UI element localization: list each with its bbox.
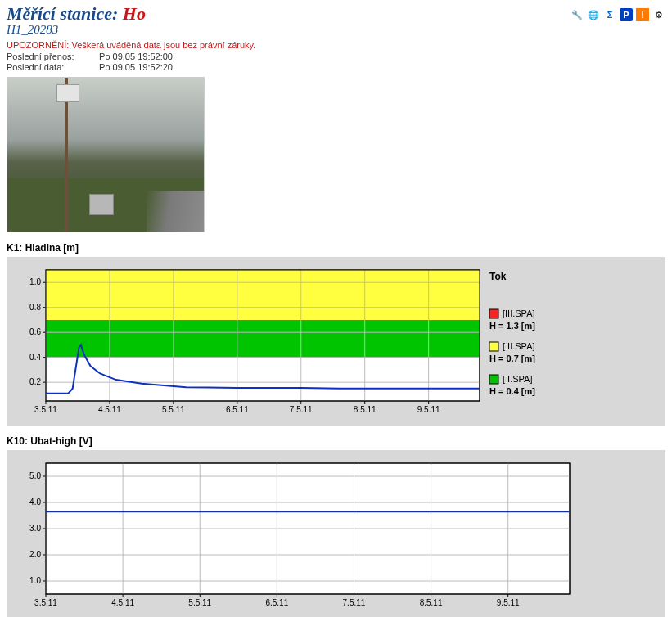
gears-icon[interactable]: ⚙ bbox=[652, 8, 665, 21]
svg-text:3.5.11: 3.5.11 bbox=[34, 598, 57, 607]
meta-data-value: Po 09.05 19:52:20 bbox=[99, 62, 173, 72]
svg-text:H = 0.4 [m]: H = 0.4 [m] bbox=[489, 386, 535, 396]
chart-k1-frame: 0.20.40.60.81.03.5.114.5.115.5.116.5.117… bbox=[7, 257, 665, 426]
warning-text: UPOZORNĚNÍ: Veškerá uváděná data jsou be… bbox=[7, 40, 665, 50]
svg-text:9.5.11: 9.5.11 bbox=[497, 598, 520, 607]
chart-k10-frame: 1.02.03.04.05.03.5.114.5.115.5.116.5.117… bbox=[7, 450, 665, 617]
globe-stats-icon[interactable]: 🌐 bbox=[587, 8, 600, 21]
svg-text:H = 0.7 [m]: H = 0.7 [m] bbox=[489, 354, 535, 363]
svg-text:8.5.11: 8.5.11 bbox=[420, 598, 443, 607]
svg-text:0.6: 0.6 bbox=[29, 327, 41, 336]
svg-text:0.8: 0.8 bbox=[29, 303, 41, 312]
svg-text:Tok: Tok bbox=[489, 271, 507, 282]
parking-icon[interactable]: P bbox=[620, 8, 633, 21]
chart-k1: 0.20.40.60.81.03.5.114.5.115.5.116.5.117… bbox=[13, 263, 578, 419]
svg-text:6.5.11: 6.5.11 bbox=[265, 598, 288, 607]
svg-text:5.5.11: 5.5.11 bbox=[162, 405, 185, 414]
svg-text:3.0: 3.0 bbox=[29, 524, 41, 533]
chart-k10-title: K10: Ubat-high [V] bbox=[7, 435, 665, 447]
chart-k1-title: K1: Hladina [m] bbox=[7, 242, 665, 254]
title-name: Ho bbox=[123, 3, 146, 24]
svg-text:[ II.SPA]: [ II.SPA] bbox=[503, 341, 535, 351]
meta-transfer-value: Po 09.05 19:52:00 bbox=[99, 52, 173, 61]
svg-text:4.5.11: 4.5.11 bbox=[111, 598, 134, 607]
sigma-icon[interactable]: Σ bbox=[603, 8, 616, 21]
svg-rect-47 bbox=[489, 375, 498, 384]
alert-icon[interactable]: ! bbox=[636, 8, 649, 21]
chart-k10: 1.02.03.04.05.03.5.114.5.115.5.116.5.117… bbox=[13, 457, 578, 612]
meta-data-label: Poslední data: bbox=[7, 62, 97, 72]
svg-text:5.0: 5.0 bbox=[29, 471, 41, 480]
svg-text:3.5.11: 3.5.11 bbox=[34, 405, 57, 414]
svg-text:0.4: 0.4 bbox=[29, 353, 41, 362]
svg-text:7.5.11: 7.5.11 bbox=[290, 405, 313, 414]
svg-text:4.0: 4.0 bbox=[29, 498, 41, 507]
svg-text:0.2: 0.2 bbox=[29, 377, 41, 386]
meta-transfer-label: Poslední přenos: bbox=[7, 52, 97, 61]
svg-text:7.5.11: 7.5.11 bbox=[343, 598, 366, 607]
title-prefix: Měřící stanice: bbox=[7, 3, 123, 24]
header-row: Měřící stanice: Ho H1_20283 🔧 🌐 Σ P ! ⚙ bbox=[7, 3, 665, 38]
meta-data: Poslední data: Po 09.05 19:52:20 bbox=[7, 62, 665, 72]
svg-rect-2 bbox=[46, 270, 480, 320]
svg-rect-41 bbox=[489, 309, 498, 318]
svg-text:4.5.11: 4.5.11 bbox=[98, 405, 121, 414]
title-block: Měřící stanice: Ho H1_20283 bbox=[7, 3, 146, 37]
svg-text:2.0: 2.0 bbox=[29, 550, 41, 559]
svg-rect-44 bbox=[489, 342, 498, 351]
svg-text:[III.SPA]: [III.SPA] bbox=[503, 308, 535, 318]
meta-transfer: Poslední přenos: Po 09.05 19:52:00 bbox=[7, 52, 665, 61]
svg-text:8.5.11: 8.5.11 bbox=[354, 405, 377, 414]
page-title: Měřící stanice: Ho bbox=[7, 3, 146, 25]
page-subtitle: H1_20283 bbox=[7, 23, 146, 37]
svg-text:5.5.11: 5.5.11 bbox=[188, 598, 211, 607]
svg-text:1.0: 1.0 bbox=[29, 576, 41, 585]
station-photo bbox=[7, 77, 205, 232]
svg-rect-1 bbox=[46, 320, 480, 358]
svg-text:1.0: 1.0 bbox=[29, 277, 41, 286]
svg-text:[  I.SPA]: [ I.SPA] bbox=[503, 374, 532, 384]
toolbar: 🔧 🌐 Σ P ! ⚙ bbox=[571, 3, 665, 21]
settings-icon[interactable]: 🔧 bbox=[571, 8, 584, 21]
svg-text:6.5.11: 6.5.11 bbox=[226, 405, 249, 414]
svg-text:H = 1.3 [m]: H = 1.3 [m] bbox=[489, 321, 535, 331]
svg-text:9.5.11: 9.5.11 bbox=[417, 405, 440, 414]
